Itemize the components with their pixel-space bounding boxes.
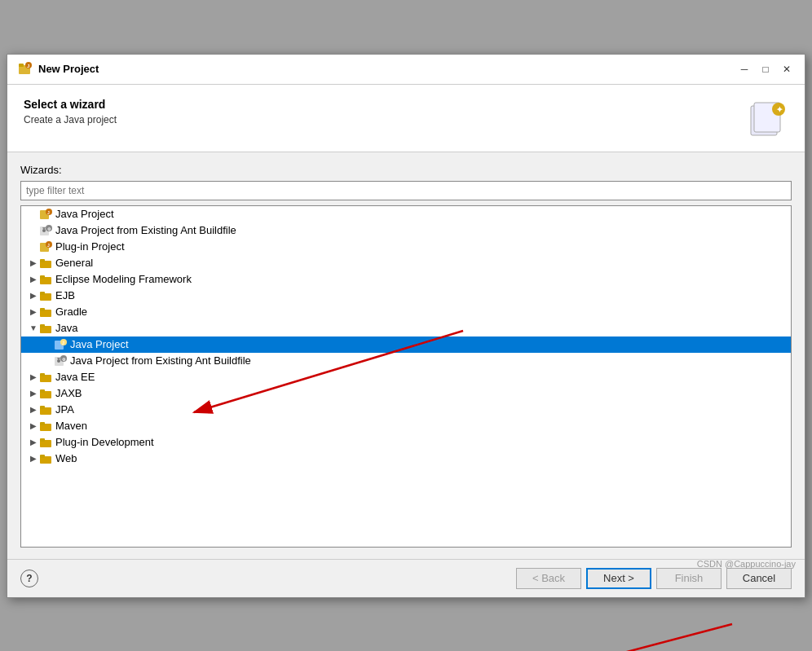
tree-item-java-project-ant[interactable]: ⚙ Java Project from Existing Ant Buildfi… xyxy=(21,222,791,239)
tree-item-java-ee[interactable]: ▶ Java EE xyxy=(21,369,791,385)
expand-icon[interactable]: ▶ xyxy=(28,275,39,284)
tree-item-label: Web xyxy=(55,452,77,464)
tree-item-general[interactable]: ▶ General xyxy=(21,255,791,271)
svg-point-33 xyxy=(57,359,60,363)
tree-item-jpa[interactable]: ▶ JPA xyxy=(21,402,791,418)
minimize-button[interactable]: ─ xyxy=(736,61,752,77)
wizards-label: Wizards: xyxy=(20,164,792,176)
dialog-title: New Project xyxy=(38,63,99,75)
svg-rect-24 xyxy=(40,292,45,295)
tree-item-eclipse-modeling[interactable]: ▶ Eclipse Modeling Framework xyxy=(21,271,791,288)
tree-item-web[interactable]: ▶ Web xyxy=(21,451,791,467)
item-icon-folder xyxy=(39,436,52,449)
item-icon-folder xyxy=(39,371,52,384)
svg-rect-28 xyxy=(40,324,45,328)
next-button[interactable]: Next > xyxy=(586,568,651,589)
expand-icon[interactable]: ▶ xyxy=(28,389,39,398)
finish-button[interactable]: Finish xyxy=(656,568,722,589)
item-icon-folder xyxy=(39,273,52,286)
expand-icon[interactable]: ▶ xyxy=(28,291,39,300)
svg-rect-26 xyxy=(40,308,45,311)
tree-item-gradle[interactable]: ▶ Gradle xyxy=(21,304,791,320)
item-icon-folder xyxy=(39,452,52,465)
svg-text:J: J xyxy=(47,210,50,215)
item-icon-java-project: J xyxy=(39,208,52,221)
tree-item-label: Plug-in Development xyxy=(55,436,154,448)
header-text-block: Select a wizard Create a Java project xyxy=(24,98,117,125)
tree-item-label: Java EE xyxy=(55,371,95,383)
svg-text:✦: ✦ xyxy=(776,105,783,114)
header-title: Select a wizard xyxy=(24,98,117,111)
item-icon-java-project: J xyxy=(39,240,52,253)
header-section: Select a wizard Create a Java project ✦ xyxy=(7,85,805,152)
tree-item-label: Java Project from Existing Ant Buildfile xyxy=(55,224,236,236)
content-area: Wizards: J Java Project ⚙ Java Project f… xyxy=(7,152,805,559)
svg-rect-22 xyxy=(40,275,45,279)
tree-item-label: Java Project xyxy=(55,208,114,220)
expand-icon[interactable]: ▶ xyxy=(28,421,39,430)
item-icon-folder xyxy=(39,403,52,416)
expand-icon[interactable]: ▶ xyxy=(28,405,39,414)
tree-item-java-project-child[interactable]: J Java Project xyxy=(21,336,791,353)
svg-rect-48 xyxy=(40,455,45,458)
tree-item-label: Plug-in Project xyxy=(55,240,125,253)
expand-icon[interactable]: ▶ xyxy=(28,258,39,267)
expand-icon[interactable]: ▶ xyxy=(28,454,39,463)
svg-text:J: J xyxy=(62,341,64,345)
tree-item-label: Gradle xyxy=(55,306,87,318)
expand-icon[interactable]: ▶ xyxy=(28,372,39,381)
item-icon-folder xyxy=(39,257,52,270)
svg-rect-46 xyxy=(40,438,45,442)
title-bar-controls: ─ □ ✕ xyxy=(736,61,795,77)
back-button[interactable]: < Back xyxy=(516,568,581,589)
svg-line-51 xyxy=(553,624,732,652)
expand-icon[interactable]: ▼ xyxy=(28,323,39,332)
tree-item-java-project-top[interactable]: J Java Project xyxy=(21,206,791,222)
close-button[interactable]: ✕ xyxy=(779,61,795,77)
tree-item-label: Java Project from Existing Ant Buildfile xyxy=(70,354,251,367)
svg-rect-1 xyxy=(19,64,24,67)
wizard-tree[interactable]: J Java Project ⚙ Java Project from Exist… xyxy=(20,205,792,548)
footer-section: ? < Back Next > Finish Cancel xyxy=(7,559,805,597)
cancel-button[interactable]: Cancel xyxy=(726,568,792,589)
svg-rect-38 xyxy=(40,373,45,376)
item-icon-folder xyxy=(39,306,52,319)
tree-item-plugin-project[interactable]: J Plug-in Project xyxy=(21,239,791,255)
tree-item-java-project-ant-child[interactable]: ⚙ Java Project from Existing Ant Buildfi… xyxy=(21,353,791,369)
help-button[interactable]: ? xyxy=(20,570,38,587)
tree-item-jaxb[interactable]: ▶ JAXB xyxy=(21,385,791,402)
filter-input[interactable] xyxy=(20,181,792,200)
item-icon-gear: ⚙ xyxy=(39,224,52,237)
expand-icon[interactable]: ▶ xyxy=(28,307,39,316)
tree-item-label: Eclipse Modeling Framework xyxy=(55,273,192,285)
tree-item-label: Java xyxy=(55,322,77,334)
dialog-title-icon: J xyxy=(17,62,32,77)
footer-buttons: < Back Next > Finish Cancel xyxy=(516,568,792,589)
new-project-dialog: J New Project ─ □ ✕ Select a wizard Crea… xyxy=(7,54,805,598)
svg-point-12 xyxy=(42,229,46,232)
tree-item-label: JAXB xyxy=(55,387,82,399)
tree-item-label: General xyxy=(55,257,93,269)
title-bar: J New Project ─ □ ✕ xyxy=(7,55,805,85)
tree-item-plugin-dev[interactable]: ▶ Plug-in Development xyxy=(21,434,791,451)
svg-rect-42 xyxy=(40,406,45,409)
tree-item-java[interactable]: ▼ Java xyxy=(21,320,791,336)
tree-item-label: Maven xyxy=(55,420,87,432)
maximize-button[interactable]: □ xyxy=(757,61,774,77)
item-icon-folder xyxy=(39,420,52,433)
tree-item-label: Java Project xyxy=(70,338,129,350)
tree-item-ejb[interactable]: ▶ EJB xyxy=(21,288,791,304)
item-icon-folder xyxy=(39,289,52,302)
svg-text:J: J xyxy=(27,64,29,68)
item-icon-folder xyxy=(39,387,52,400)
svg-rect-20 xyxy=(40,259,45,262)
title-bar-left: J New Project xyxy=(17,62,99,77)
header-subtitle: Create a Java project xyxy=(24,114,117,125)
tree-item-label: JPA xyxy=(55,403,74,416)
tree-item-label: EJB xyxy=(55,289,75,301)
footer-left: ? xyxy=(20,570,38,587)
expand-icon[interactable]: ▶ xyxy=(28,438,39,446)
svg-text:J: J xyxy=(47,243,50,248)
item-icon-java-project: J xyxy=(54,338,67,351)
tree-item-maven[interactable]: ▶ Maven xyxy=(21,418,791,434)
